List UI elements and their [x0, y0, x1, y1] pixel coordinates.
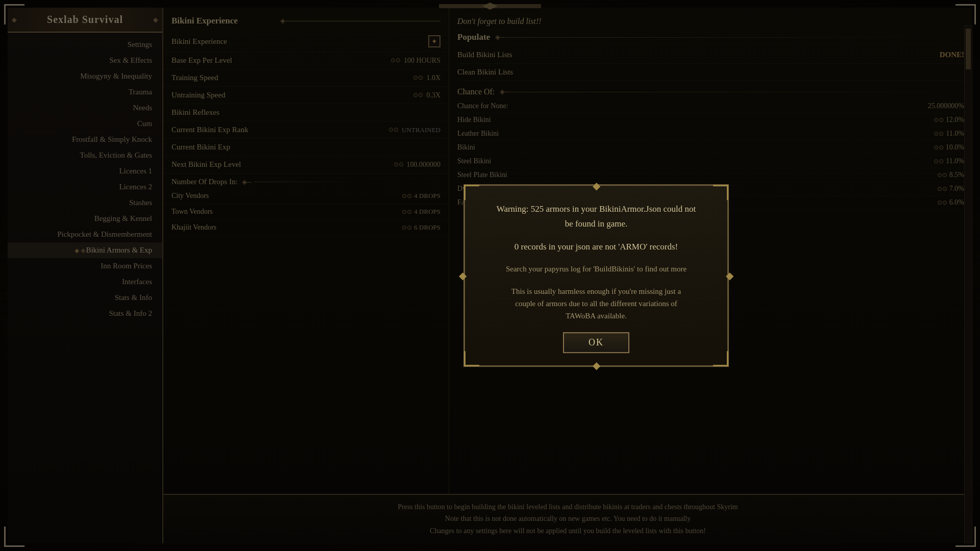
modal-body: Warning: 525 armors in your BikiniArmor.…	[465, 186, 727, 365]
modal-corner-br	[713, 351, 728, 366]
modal-overlay: ◆ ◆ ◆ ◆ Warning: 525 armors in your Biki…	[0, 0, 980, 551]
modal-corner-bl	[464, 351, 479, 366]
modal-top-deco: ◆	[593, 180, 600, 192]
modal-corner-tl	[464, 185, 479, 200]
modal-box: ◆ ◆ ◆ ◆ Warning: 525 armors in your Biki…	[463, 184, 729, 367]
modal-bottom-deco: ◆	[593, 359, 600, 371]
modal-left-deco: ◆	[459, 269, 467, 282]
modal-warning-line1: Warning: 525 armors in your BikiniArmor.…	[485, 202, 707, 232]
modal-warning-line2: 0 records in your json are not 'ARMO' re…	[485, 240, 707, 255]
modal-right-deco: ◆	[726, 269, 733, 282]
modal-ok-button[interactable]: OK	[563, 332, 629, 353]
modal-corner-tr	[713, 185, 728, 200]
modal-harmless-text: This is usually harmless enough if you'r…	[485, 285, 707, 322]
modal-subtext: Search your papyrus log for 'BuildBikini…	[485, 263, 707, 275]
